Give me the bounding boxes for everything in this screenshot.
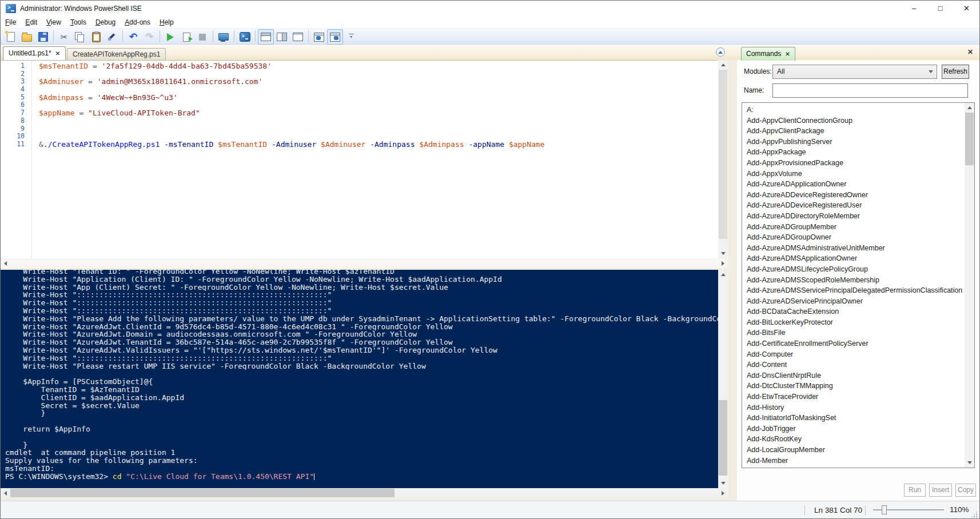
command-item[interactable]: Add-AzureADMSScopedRoleMembership [742, 275, 965, 286]
clear-console-pane-button[interactable] [104, 29, 120, 45]
command-item[interactable]: Add-Member [742, 456, 965, 466]
editor-vertical-scrollbar[interactable] [718, 60, 728, 258]
menu-view[interactable]: View [42, 17, 66, 28]
scroll-up-icon[interactable] [718, 270, 728, 280]
maximize-button[interactable]: □ [927, 1, 953, 17]
command-item[interactable]: Add-BCDataCacheExtension [742, 306, 965, 317]
paste-button[interactable] [88, 29, 104, 45]
scroll-right-icon[interactable] [718, 258, 728, 268]
command-item[interactable]: Add-AppvClientConnectionGroup [742, 115, 965, 126]
copy-button[interactable]: Copy [955, 484, 976, 497]
open-script-button[interactable] [19, 29, 35, 45]
redo-button[interactable] [141, 29, 157, 45]
new-script-button[interactable] [3, 29, 19, 45]
minimize-button[interactable]: – [901, 1, 927, 17]
undo-button[interactable] [125, 29, 141, 45]
refresh-button[interactable]: Refresh [942, 65, 969, 79]
command-item[interactable]: Add-DnsClientNrptRule [742, 370, 965, 381]
copy-button[interactable] [72, 29, 88, 45]
command-item[interactable]: Add-KdsRootKey [742, 434, 965, 445]
script-editor-pane[interactable]: 1234567891011 $msTenantID = '2fa5f129-04… [1, 60, 728, 258]
command-item[interactable]: Add-AzureADMSLifecyclePolicyGroup [742, 264, 965, 275]
console-vertical-scrollbar[interactable] [718, 270, 728, 488]
command-item[interactable]: Add-AzureADGroupOwner [742, 232, 965, 243]
command-item[interactable]: Add-AppxProvisionedPackage [742, 158, 965, 169]
command-item[interactable]: Add-BitsFile [742, 328, 965, 338]
new-powershell-tab-button[interactable] [311, 29, 327, 45]
name-input[interactable] [772, 83, 968, 98]
command-item[interactable]: Add-AppvClientPackage [742, 126, 965, 137]
show-script-pane-right-button[interactable] [274, 29, 290, 45]
scroll-left-icon[interactable] [1, 488, 10, 498]
command-item[interactable]: Add-Content [742, 360, 965, 370]
commands-panel-tab[interactable]: Commands✕ [741, 47, 795, 61]
menu-debug[interactable]: Debug [91, 17, 120, 28]
editor-scrollbar-thumb[interactable] [719, 70, 727, 239]
menu-edit[interactable]: Edit [21, 17, 42, 28]
command-item[interactable]: Add-History [742, 402, 965, 413]
scroll-down-icon[interactable] [965, 458, 974, 468]
console-horizontal-scrollbar[interactable] [1, 488, 728, 498]
save-script-button[interactable] [35, 29, 51, 45]
command-item[interactable]: Add-AzureADDirectoryRoleMember [742, 211, 965, 222]
tab-close-icon[interactable]: ✕ [55, 47, 60, 60]
scroll-right-icon[interactable] [718, 488, 728, 498]
commands-scrollbar-thumb[interactable] [965, 113, 974, 165]
run-script-button[interactable] [162, 29, 178, 45]
editor-horizontal-scrollbar[interactable] [1, 258, 728, 268]
menu-file[interactable]: File [1, 17, 21, 28]
toolbar-overflow-button[interactable]: ▾ [343, 29, 359, 45]
stop-operation-button[interactable] [194, 29, 210, 45]
console-scrollbar-thumb[interactable] [719, 400, 727, 476]
command-item[interactable]: Add-AppxPackage [742, 147, 965, 158]
command-item[interactable]: Add-JobTrigger [742, 424, 965, 434]
resize-grip[interactable] [976, 516, 977, 517]
scroll-left-icon[interactable] [1, 258, 10, 268]
menu-help[interactable]: Help [155, 17, 178, 28]
commands-tab-close-icon[interactable]: ✕ [785, 48, 790, 61]
new-remote-powershell-tab-button[interactable] [216, 29, 232, 45]
command-item[interactable]: Add-AzureADServicePrincipalOwner [742, 296, 965, 307]
pane-divider[interactable] [1, 268, 728, 270]
panel-splitter[interactable] [728, 60, 737, 501]
collapse-script-pane-button[interactable] [716, 47, 725, 57]
command-item[interactable]: Add-InitiatorIdToMaskingSet [742, 413, 965, 424]
insert-button[interactable]: Insert [929, 484, 952, 497]
command-item[interactable]: Add-AzureADMSAdministrativeUnitMember [742, 243, 965, 254]
console-hscrollbar-thumb[interactable] [10, 489, 395, 497]
command-item[interactable]: Add-Computer [742, 349, 965, 360]
command-item[interactable]: Add-DtcClusterTMMapping [742, 381, 965, 392]
close-button[interactable]: ✕ [954, 1, 979, 17]
modules-dropdown[interactable]: All [772, 65, 937, 79]
scroll-down-icon[interactable] [718, 249, 728, 258]
tab-createapitokenappreg-ps1[interactable]: CreateAPITokenAppReg.ps1 [67, 48, 166, 60]
command-item[interactable]: Add-AppvPublishingServer [742, 137, 965, 147]
tab-untitled1-ps1-[interactable]: Untitled1.ps1*✕ [3, 46, 66, 60]
command-item[interactable]: Add-AppxVolume [742, 169, 965, 179]
command-item[interactable]: Add-BitLockerKeyProtector [742, 317, 965, 328]
scroll-up-icon[interactable] [965, 103, 974, 113]
commands-list-scrollbar[interactable] [965, 103, 974, 468]
command-item[interactable]: A: [742, 105, 965, 115]
zoom-slider-thumb[interactable] [882, 505, 887, 514]
commands-panel-close-icon[interactable]: ✕ [967, 48, 973, 56]
scroll-down-icon[interactable] [718, 478, 728, 488]
command-item[interactable]: Add-CertificateEnrollmentPolicyServer [742, 338, 965, 349]
command-item[interactable]: Add-AzureADApplicationOwner [742, 179, 965, 190]
console-pane[interactable]: Write-Host "Tenant ID: " -ForegroundColo… [1, 270, 728, 488]
command-item[interactable]: Add-AzureADMSApplicationOwner [742, 253, 965, 264]
cut-button[interactable]: ✂ [56, 29, 72, 45]
start-powershell-button[interactable] [237, 29, 253, 45]
command-item[interactable]: Add-AzureADGroupMember [742, 222, 965, 233]
command-item[interactable]: Add-LocalGroupMember [742, 445, 965, 456]
show-command-addon-button[interactable] [327, 29, 343, 45]
command-item[interactable]: Add-AzureADDeviceRegisteredOwner [742, 190, 965, 201]
command-item[interactable]: Add-AzureADDeviceRegisteredUser [742, 200, 965, 211]
run-selection-button[interactable] [178, 29, 194, 45]
command-item[interactable]: Add-AzureADMSServicePrincipalDelegatedPe… [742, 285, 965, 296]
run-button[interactable]: Run [904, 484, 926, 497]
show-script-pane-top-button[interactable] [258, 29, 274, 45]
scroll-up-icon[interactable] [718, 60, 728, 70]
menu-add-ons[interactable]: Add-ons [120, 17, 155, 28]
menu-tools[interactable]: Tools [66, 17, 91, 28]
